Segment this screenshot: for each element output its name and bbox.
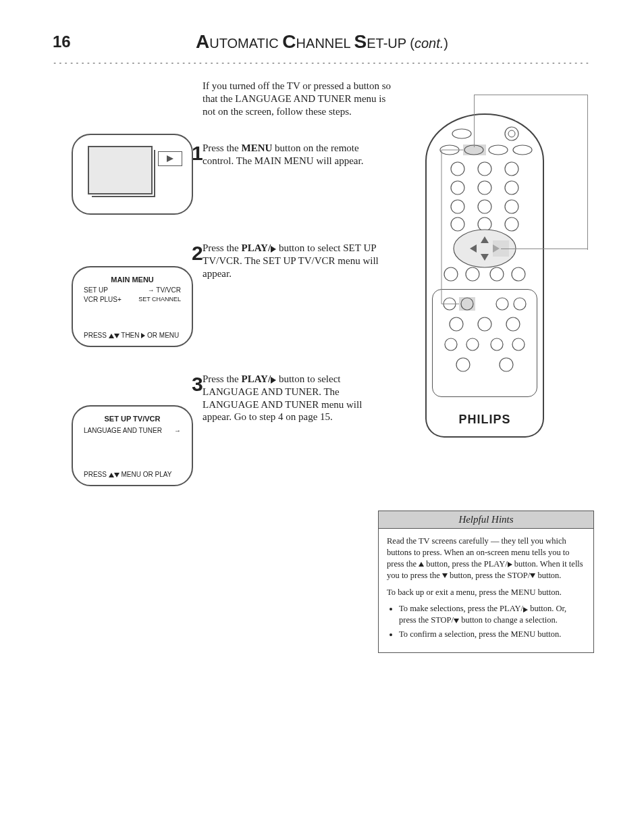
step-1: 1 Press the MENU button on the remote co… [203,142,392,167]
svg-point-45 [500,358,513,371]
svg-point-16 [478,200,491,213]
svg-point-17 [505,200,518,213]
svg-point-37 [450,317,463,331]
leader-line [474,95,587,95]
down-icon [442,573,448,578]
menu-header: MAIN MENU [73,276,192,284]
svg-point-38 [478,317,491,331]
svg-point-33 [496,298,508,310]
svg-point-5 [489,145,508,155]
hints-body: Read the TV screens carefully — they tel… [379,529,593,652]
step-3: 3 Press the PLAY/ button to select LANGU… [203,373,392,423]
svg-point-34 [514,298,526,310]
svg-point-10 [478,162,491,176]
svg-point-29 [490,267,504,281]
svg-rect-7 [463,145,486,155]
stop-icon [530,573,535,578]
svg-point-14 [505,181,518,194]
leader-line [587,95,588,250]
up-icon [419,562,424,567]
svg-point-40 [445,338,457,350]
svg-point-19 [478,217,491,231]
svg-point-44 [456,358,470,371]
svg-point-18 [451,217,464,231]
tv-frame-icon [88,146,153,194]
step-number-2: 2 [192,240,203,266]
svg-point-13 [478,181,491,194]
svg-point-12 [451,181,464,194]
play-icon [271,377,276,384]
menu-row-1: SET UP → TV/VCR [84,286,181,294]
play-indicator-icon [158,151,182,166]
intro-paragraph: If you turned off the TV or pressed a bu… [203,80,392,118]
step-number-3: 3 [192,371,203,397]
play-icon [271,246,276,253]
divider-dots: ••••••••••••••••••••••••••••••••••••••••… [53,58,590,63]
remote-control-illustration: PHILIPS [425,113,544,438]
menu-row-2: VCR PLUS+ SET CHANNEL [84,296,181,303]
helpful-hints-box: Helpful Hints Read the TV screens carefu… [378,511,594,653]
tv-screen-mock-a [72,134,193,215]
tv-screen-mock-b: MAIN MENU SET UP → TV/VCR VCR PLUS+ SET … [72,266,193,347]
menu-footer: PRESS MENU OR PLAY [84,471,171,478]
svg-point-42 [491,338,503,350]
step-2: 2 Press the PLAY/ button to select SET U… [203,242,392,280]
svg-point-30 [512,267,525,281]
svg-point-15 [451,200,464,213]
svg-point-2 [508,130,515,137]
svg-point-1 [505,127,518,140]
play-icon [508,562,512,567]
play-icon [523,607,528,613]
svg-point-0 [452,129,471,138]
remote-brand-logo: PHILIPS [425,413,544,427]
menu-row-1: LANGUAGE AND TUNER → [84,427,181,434]
svg-point-28 [466,267,479,281]
svg-point-27 [444,267,458,281]
svg-point-41 [466,338,479,350]
leader-line [501,249,587,249]
svg-point-43 [512,338,525,350]
menu-footer: PRESS THEN OR MENU [84,332,179,339]
menu-header: SET UP TV/VCR [73,415,192,423]
stop-icon [454,619,459,623]
svg-point-9 [451,162,464,176]
svg-point-20 [505,217,518,231]
svg-point-11 [505,162,518,176]
svg-point-39 [506,317,520,331]
svg-point-6 [513,145,532,155]
leader-line [474,95,475,147]
page-title: AUTOMATIC CHANNEL SET-UP (cont.) [0,31,644,53]
step-number-1: 1 [192,140,203,166]
hints-header: Helpful Hints [379,511,593,529]
tv-screen-mock-c: SET UP TV/VCR LANGUAGE AND TUNER → PRESS… [72,405,193,486]
